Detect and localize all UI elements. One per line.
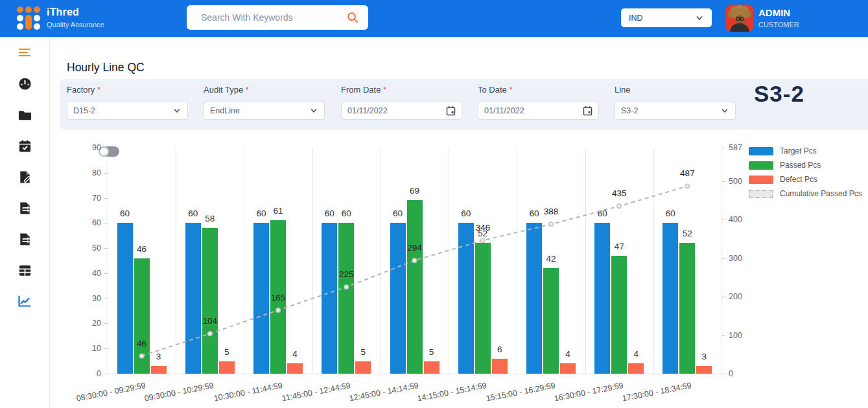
y2-axis-tick	[721, 148, 725, 148]
y2-axis-tick	[721, 258, 725, 259]
legend-label: Passed Pcs	[780, 161, 821, 170]
bar-value-label: 4	[547, 349, 589, 359]
legend-swatch	[749, 190, 773, 198]
dashboard-icon	[18, 76, 32, 91]
bar-defect[interactable]	[560, 363, 576, 374]
x-tick-label[interactable]: 16:30:00 - 17:29:59	[553, 381, 624, 403]
x-tick-label[interactable]: 12:45:00 - 14:14:59	[349, 381, 419, 403]
sidebar-menu-toggle[interactable]	[0, 37, 50, 68]
hourly-line-qc-chart: 0102030405060708090010020030040050058760…	[0, 139, 868, 408]
bar-defect[interactable]	[355, 361, 371, 374]
bar-target[interactable]	[458, 223, 474, 374]
bar-value-label: 60	[650, 209, 691, 218]
audit-type-label: Audit Type *	[204, 85, 325, 95]
bar-passed[interactable]	[475, 243, 491, 374]
y-axis-tick	[104, 348, 108, 349]
search-icon[interactable]	[346, 11, 359, 24]
bar-defect[interactable]	[424, 361, 440, 374]
legend-item[interactable]: Target Pcs	[749, 144, 862, 158]
factory-label: Factory *	[67, 85, 188, 95]
search-input[interactable]	[201, 12, 346, 23]
bar-defect[interactable]	[219, 361, 235, 374]
line-select[interactable]: S3-2	[615, 102, 736, 120]
y-axis-tick	[104, 198, 108, 199]
bar-value-label: 42	[530, 254, 572, 264]
bar-target[interactable]	[526, 223, 542, 374]
sidebar-item-files[interactable]	[0, 99, 50, 130]
cumulative-value-label: 487	[666, 168, 708, 178]
legend-item[interactable]: Defect Pcs	[749, 172, 862, 187]
cumulative-value-label: 435	[598, 188, 640, 198]
bar-value-label: 69	[394, 186, 436, 196]
bar-value-label: 4	[615, 349, 657, 359]
grid-line-vertical	[517, 148, 517, 374]
bar-value-label: 60	[377, 209, 419, 218]
grid-line-vertical	[653, 148, 654, 374]
x-tick-label[interactable]: 11:45:00 - 12:44:59	[281, 381, 351, 403]
x-tick-label[interactable]: 09:30:00 - 10:29:59	[144, 381, 215, 403]
y-axis-label: 50	[76, 244, 101, 253]
cumulative-value-label: 294	[394, 243, 436, 253]
line-label: Line *	[615, 85, 736, 95]
grid-line-vertical	[381, 148, 381, 374]
x-axis-line	[104, 374, 725, 374]
app-header: iThred Quality Assurance IND	[0, 0, 868, 37]
from-date-input[interactable]: 01/11/2022	[341, 102, 462, 120]
x-tick-label[interactable]: 17:30:00 - 18:34:59	[622, 381, 692, 403]
bar-value-label: 52	[666, 229, 708, 238]
legend-item[interactable]: Cumulative Passed Pcs	[749, 187, 862, 201]
cumulative-value-label: 104	[189, 316, 231, 326]
chevron-down-icon	[720, 106, 729, 115]
bar-target[interactable]	[322, 223, 337, 374]
bar-defect[interactable]	[151, 366, 167, 374]
cumulative-value-label: 388	[530, 207, 572, 216]
calendar-icon	[583, 106, 592, 116]
user-name: ADMIN	[758, 7, 799, 18]
grid-line-vertical	[449, 148, 449, 374]
bar-defect[interactable]	[628, 363, 644, 374]
selected-line-display: S3-2	[754, 81, 804, 107]
x-tick-label[interactable]: 08:30:00 - 09:29:59	[76, 381, 147, 403]
x-tick-label[interactable]: 15:15:00 - 16:29:59	[485, 381, 556, 403]
filter-bar: Factory * D15-2 Audit Type * EndLine Fro…	[60, 79, 868, 130]
bar-value-label: 5	[342, 347, 384, 357]
y2-axis-tick	[721, 335, 725, 336]
x-tick-label[interactable]: 10:30:00 - 11:44:59	[213, 381, 283, 403]
bar-value-label: 3	[138, 352, 180, 361]
to-date-input[interactable]: 01/11/2022	[478, 102, 599, 120]
bar-value-label: 60	[581, 209, 623, 218]
user-avatar[interactable]	[726, 5, 753, 32]
y-axis-label: 20	[76, 319, 101, 328]
search-box[interactable]	[187, 5, 368, 30]
cumulative-value-label: 165	[257, 293, 299, 302]
bar-value-label: 60	[325, 209, 367, 218]
calendar-icon	[446, 106, 456, 116]
y-axis-label: 60	[76, 218, 101, 227]
region-select[interactable]: IND	[621, 8, 712, 27]
bar-target[interactable]	[185, 223, 201, 374]
bar-defect[interactable]	[492, 359, 508, 374]
y-axis-tick	[104, 223, 108, 223]
bar-defect[interactable]	[287, 363, 303, 374]
y2-axis-tick	[721, 220, 725, 220]
legend-label: Target Pcs	[780, 146, 817, 155]
factory-select[interactable]: D15-2	[67, 102, 188, 120]
bar-target[interactable]	[663, 223, 678, 374]
y-axis-tick	[104, 299, 108, 299]
user-role: CUSTOMER	[758, 21, 799, 28]
bar-defect[interactable]	[696, 366, 712, 374]
grid-line-vertical	[176, 148, 176, 374]
bar-value-label: 60	[104, 209, 146, 218]
bar-value-label: 5	[411, 347, 452, 357]
chart-toggle-switch[interactable]	[99, 146, 119, 157]
y2-axis-label: 200	[729, 292, 755, 301]
legend-label: Cumulative Passed Pcs	[780, 189, 862, 198]
chevron-down-icon	[695, 14, 704, 23]
y2-axis-tick	[721, 297, 725, 297]
sidebar-item-dashboard[interactable]	[0, 68, 50, 99]
x-tick-label[interactable]: 14:15:00 - 15:14:59	[417, 381, 487, 403]
legend-item[interactable]: Passed Pcs	[749, 158, 862, 172]
audit-type-select[interactable]: EndLine	[204, 102, 325, 120]
folder-icon	[18, 108, 32, 122]
grid-line-vertical	[244, 148, 244, 374]
